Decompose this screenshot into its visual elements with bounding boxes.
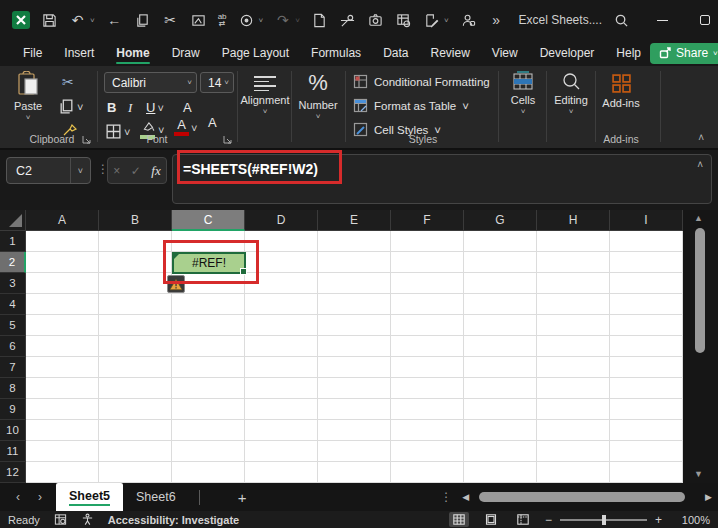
zoom-level[interactable]: 100% bbox=[674, 514, 710, 526]
find-replace-icon[interactable]: ab ⇄ bbox=[218, 13, 227, 27]
menu-item-formulas[interactable]: Formulas bbox=[302, 42, 370, 65]
collapse-ribbon-icon[interactable]: ˄ bbox=[698, 132, 704, 143]
row-header-6[interactable]: 6 bbox=[0, 336, 26, 357]
new-file-icon[interactable] bbox=[311, 12, 328, 29]
font-dialog-launcher-icon[interactable] bbox=[222, 134, 233, 145]
menu-item-review[interactable]: Review bbox=[421, 42, 478, 65]
maximize-button[interactable] bbox=[684, 0, 718, 40]
font-size-combobox[interactable]: 14 ˅ bbox=[200, 72, 234, 93]
column-header-H[interactable]: H bbox=[537, 210, 610, 231]
undo-icon[interactable]: ↶ bbox=[69, 12, 86, 29]
pen-edit-dropdown-icon[interactable]: ˅ bbox=[444, 16, 449, 25]
page-break-preview-button[interactable] bbox=[513, 512, 533, 527]
excel-logo-icon[interactable] bbox=[12, 11, 30, 29]
touch-mode-dropdown-icon[interactable]: ˅ bbox=[259, 16, 264, 25]
scroll-left-icon[interactable]: ◀ bbox=[462, 492, 469, 502]
font-color-button[interactable]: A ˅ bbox=[174, 119, 197, 136]
row-header-7[interactable]: 7 bbox=[0, 357, 26, 378]
bold-button[interactable]: B bbox=[107, 100, 116, 115]
row-header-10[interactable]: 10 bbox=[0, 420, 26, 441]
row-header-9[interactable]: 9 bbox=[0, 399, 26, 420]
column-header-F[interactable]: F bbox=[391, 210, 464, 231]
cancel-entry-icon[interactable]: × bbox=[113, 164, 120, 178]
scroll-right-icon[interactable]: ▶ bbox=[705, 492, 712, 502]
conditional-formatting-button[interactable]: Conditional Formatting bbox=[353, 74, 490, 89]
horizontal-scroll-thumb[interactable] bbox=[479, 492, 685, 502]
redo-dropdown-icon[interactable]: ˅ bbox=[295, 16, 300, 25]
camera-icon[interactable] bbox=[367, 12, 384, 29]
borders-button[interactable]: ˅ bbox=[105, 123, 130, 140]
row-header-8[interactable]: 8 bbox=[0, 378, 26, 399]
back-arrow-icon[interactable]: ← bbox=[106, 12, 123, 29]
format-as-table-button[interactable]: Format as Table ˅ bbox=[353, 98, 469, 113]
scroll-down-icon[interactable]: ▼ bbox=[694, 469, 703, 479]
touch-mode-icon[interactable] bbox=[238, 12, 255, 29]
name-box[interactable]: C2 ˅ bbox=[6, 157, 91, 184]
column-header-A[interactable]: A bbox=[26, 210, 99, 231]
enter-entry-icon[interactable]: ✓ bbox=[131, 164, 141, 178]
copy-icon[interactable] bbox=[134, 12, 151, 29]
save-icon[interactable] bbox=[41, 12, 58, 29]
cells-button[interactable]: Cells ˅ bbox=[500, 71, 546, 116]
paste-special-icon[interactable] bbox=[190, 12, 207, 29]
share-button[interactable]: Share ˅ bbox=[650, 43, 718, 64]
menu-item-developer[interactable]: Developer bbox=[531, 42, 604, 65]
horizontal-scroll-track[interactable] bbox=[479, 491, 695, 503]
zoom-slider-thumb[interactable] bbox=[602, 515, 606, 525]
vertical-scrollbar[interactable]: ▲ ▼ bbox=[683, 210, 718, 483]
clipboard-dialog-launcher-icon[interactable] bbox=[81, 134, 92, 145]
minimize-button[interactable] bbox=[642, 0, 684, 40]
font-name-combobox[interactable]: Calibri ˅ bbox=[104, 72, 197, 93]
accessibility-status[interactable]: Accessibility: Investigate bbox=[108, 514, 239, 526]
menu-item-page-layout[interactable]: Page Layout bbox=[213, 42, 298, 65]
pen-edit-icon[interactable] bbox=[423, 12, 440, 29]
row-header-4[interactable]: 4 bbox=[0, 294, 26, 315]
column-header-G[interactable]: G bbox=[464, 210, 537, 231]
row-header-3[interactable]: 3 bbox=[0, 273, 26, 294]
menu-item-file[interactable]: File bbox=[14, 42, 51, 65]
search-icon[interactable] bbox=[602, 0, 642, 40]
cut-icon[interactable]: ✂ bbox=[162, 12, 179, 29]
column-header-I[interactable]: I bbox=[610, 210, 683, 231]
menu-item-help[interactable]: Help bbox=[607, 42, 650, 65]
normal-view-button[interactable] bbox=[449, 512, 469, 527]
menu-item-draw[interactable]: Draw bbox=[163, 42, 209, 65]
ribbon-copy-icon[interactable]: ˅ bbox=[58, 98, 83, 115]
table-search-icon[interactable] bbox=[395, 12, 412, 29]
redo-icon[interactable]: ↷ bbox=[274, 12, 291, 29]
ribbon-cut-icon[interactable]: ✂ bbox=[62, 74, 74, 90]
sheet-tab-sheet6[interactable]: Sheet6 bbox=[123, 483, 189, 511]
editing-button[interactable]: Editing ˅ bbox=[548, 71, 594, 116]
next-sheet-icon[interactable]: › bbox=[38, 490, 42, 504]
italic-button[interactable]: I bbox=[128, 100, 132, 116]
alignment-button[interactable]: Alignment ˅ bbox=[240, 73, 290, 116]
column-header-D[interactable]: D bbox=[245, 210, 318, 231]
zoom-in-button[interactable]: + bbox=[655, 513, 662, 527]
column-header-B[interactable]: B bbox=[99, 210, 172, 231]
pin-icon[interactable] bbox=[339, 12, 356, 29]
accessibility-icon[interactable] bbox=[81, 513, 94, 526]
insert-function-button[interactable]: fx bbox=[151, 163, 160, 179]
undo-dropdown-icon[interactable]: ˅ bbox=[90, 16, 95, 25]
menu-item-insert[interactable]: Insert bbox=[55, 42, 103, 65]
menu-item-data[interactable]: Data bbox=[374, 42, 417, 65]
vertical-scroll-thumb[interactable] bbox=[695, 228, 705, 353]
expand-formula-bar-icon[interactable]: ˄ bbox=[697, 159, 703, 170]
underline-button[interactable]: U ˅ bbox=[146, 100, 164, 115]
formula-input[interactable]: =SHEETS(#REF!W2) ˄ bbox=[172, 154, 712, 204]
scrollbar-options-icon[interactable]: ⋮ bbox=[440, 490, 452, 504]
row-header-1[interactable]: 1 bbox=[0, 231, 26, 252]
zoom-out-button[interactable]: − bbox=[545, 513, 552, 527]
column-header-C[interactable]: C bbox=[172, 210, 245, 231]
decrease-font-size-button[interactable]: A˅ bbox=[208, 115, 718, 130]
row-header-11[interactable]: 11 bbox=[0, 441, 26, 462]
page-layout-view-button[interactable] bbox=[481, 512, 501, 527]
sheet-tab-sheet5[interactable]: Sheet5 bbox=[56, 483, 123, 511]
addins-button[interactable]: Add-ins bbox=[597, 73, 645, 109]
cells-area[interactable]: #REF! bbox=[26, 231, 683, 483]
account-lock-icon[interactable] bbox=[460, 12, 477, 29]
row-header-2[interactable]: 2 bbox=[0, 252, 26, 273]
name-box-dropdown-icon[interactable]: ˅ bbox=[70, 158, 90, 183]
error-warning-button[interactable] bbox=[167, 275, 185, 293]
scroll-up-icon[interactable]: ▲ bbox=[694, 213, 703, 223]
